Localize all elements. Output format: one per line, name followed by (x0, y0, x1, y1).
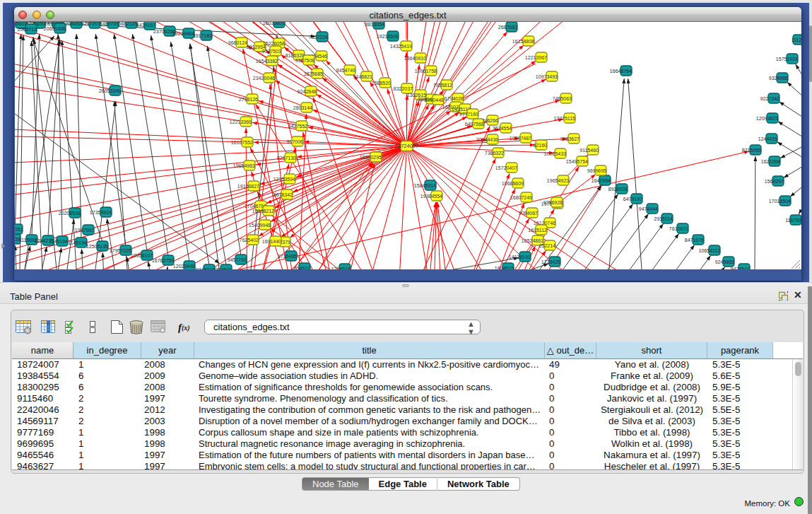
svg-text:12375115: 12375115 (553, 116, 575, 121)
svg-text:116753: 116753 (785, 218, 801, 223)
svg-text:16543382: 16543382 (256, 59, 278, 64)
svg-text:1145194: 1145194 (68, 240, 87, 245)
svg-text:8322037: 8322037 (394, 86, 413, 91)
svg-text:9217207: 9217207 (81, 22, 100, 26)
svg-text:5682115: 5682115 (118, 22, 137, 26)
svg-text:9699695: 9699695 (587, 168, 606, 173)
svg-text:18300295: 18300295 (360, 155, 382, 160)
svg-text:1204518: 1204518 (331, 267, 351, 270)
svg-text:19299464: 19299464 (172, 31, 194, 36)
svg-text:17957225: 17957225 (110, 248, 131, 253)
svg-text:4439167: 4439167 (136, 23, 155, 28)
svg-text:16198212: 16198212 (252, 209, 274, 214)
svg-text:2687682: 2687682 (498, 25, 517, 30)
svg-text:9242848: 9242848 (298, 89, 317, 94)
svg-text:10961758: 10961758 (415, 69, 437, 74)
svg-text:9474444: 9474444 (639, 206, 658, 211)
svg-text:2803144: 2803144 (293, 105, 312, 110)
svg-text:9227342: 9227342 (760, 96, 779, 101)
svg-text:9424512: 9424512 (731, 267, 750, 270)
svg-text:1804515: 1804515 (495, 266, 514, 270)
svg-text:6479197: 6479197 (623, 197, 642, 201)
svg-text:1145194: 1145194 (49, 239, 68, 244)
svg-text:1691440: 1691440 (262, 239, 281, 244)
svg-text:14325419: 14325419 (390, 44, 412, 49)
svg-text:1997587: 1997587 (75, 228, 94, 233)
svg-text:20691406: 20691406 (44, 26, 66, 31)
svg-text:8471676: 8471676 (685, 238, 704, 243)
svg-text:9245652: 9245652 (715, 259, 734, 264)
svg-text:22455603: 22455603 (15, 22, 27, 26)
svg-text:252214: 252214 (539, 243, 555, 248)
svg-text:8186328: 8186328 (286, 53, 305, 58)
svg-text:10807487: 10807487 (510, 136, 531, 141)
svg-text:16033809: 16033809 (263, 22, 285, 25)
svg-text:10958107: 10958107 (131, 253, 153, 258)
svg-text:9660124: 9660124 (228, 40, 247, 45)
svg-text:9756928: 9756928 (543, 200, 563, 205)
svg-text:16807249: 16807249 (510, 195, 532, 200)
svg-text:18640910: 18640910 (404, 56, 426, 61)
svg-text:3917183: 3917183 (193, 33, 212, 38)
svg-text:20364436: 20364436 (476, 137, 498, 142)
svg-text:9327508: 9327508 (295, 58, 314, 63)
svg-text:19218506: 19218506 (377, 34, 399, 39)
svg-text:12093823: 12093823 (756, 116, 778, 121)
svg-text:3875685: 3875685 (304, 71, 323, 76)
svg-text:904512: 904512 (294, 266, 310, 270)
svg-text:12353594: 12353594 (273, 177, 295, 182)
svg-text:12505135: 12505135 (86, 244, 108, 249)
svg-text:8267130: 8267130 (277, 156, 296, 160)
svg-text:9457791: 9457791 (228, 257, 247, 262)
svg-text:746266: 746266 (482, 118, 498, 123)
svg-text:9777169: 9777169 (459, 112, 478, 117)
svg-text:16648764: 16648764 (610, 69, 632, 74)
svg-text:8990448: 8990448 (425, 98, 444, 103)
svg-text:6794028: 6794028 (445, 96, 464, 101)
svg-text:9146821: 9146821 (353, 74, 372, 79)
svg-text:435051: 435051 (15, 227, 23, 232)
svg-text:7955812: 7955812 (433, 83, 452, 88)
svg-text:1569297: 1569297 (765, 179, 784, 184)
svg-text:17016504: 17016504 (769, 199, 791, 204)
svg-text:1621064: 1621064 (761, 159, 780, 164)
svg-text:(x): (x) (182, 324, 190, 332)
svg-text:9329966: 9329966 (769, 76, 788, 81)
svg-text:16154808: 16154808 (512, 39, 534, 44)
svg-text:7632621: 7632621 (669, 226, 688, 231)
svg-text:7386322: 7386322 (485, 151, 504, 156)
svg-text:9115460: 9115460 (579, 148, 599, 153)
svg-text:2718126: 2718126 (239, 97, 258, 102)
svg-text:2055713: 2055713 (18, 27, 37, 32)
svg-text:8938928: 8938928 (608, 187, 628, 192)
svg-text:15751024: 15751024 (776, 57, 798, 62)
svg-text:1588520: 1588520 (372, 81, 391, 86)
svg-text:1244415: 1244415 (758, 136, 777, 141)
svg-text:12023448: 12023448 (173, 264, 195, 269)
svg-text:15409948: 15409948 (249, 223, 271, 228)
svg-text:3716485: 3716485 (278, 254, 297, 259)
svg-text:8489709: 8489709 (100, 22, 119, 26)
svg-text:10973493: 10973493 (536, 74, 558, 79)
svg-text:10025433: 10025433 (544, 151, 566, 156)
svg-text:19654923: 19654923 (547, 178, 569, 183)
svg-text:8678342: 8678342 (273, 192, 293, 197)
svg-text:14136141: 14136141 (509, 255, 531, 259)
svg-text:9463627: 9463627 (560, 136, 579, 141)
svg-text:23420046: 23420046 (253, 76, 275, 81)
svg-text:7857224: 7857224 (309, 35, 328, 40)
svg-text:20206536: 20206536 (59, 211, 81, 216)
svg-text:10654112: 10654112 (698, 248, 720, 253)
svg-text:15845314: 15845314 (414, 183, 436, 188)
svg-text:19166827: 19166827 (237, 184, 259, 189)
svg-text:19654963: 19654963 (233, 163, 255, 168)
svg-text:9327503: 9327503 (262, 49, 281, 54)
svg-text:11125: 11125 (792, 37, 801, 42)
svg-text:10688609: 10688609 (502, 181, 524, 186)
svg-text:16782759: 16782759 (152, 258, 174, 263)
svg-text:8764501: 8764501 (213, 267, 232, 270)
svg-text:15495754: 15495754 (566, 159, 588, 164)
svg-text:917006: 917006 (287, 139, 303, 144)
svg-text:12213967: 12213967 (525, 55, 547, 60)
svg-text:1640954: 1640954 (592, 178, 611, 183)
